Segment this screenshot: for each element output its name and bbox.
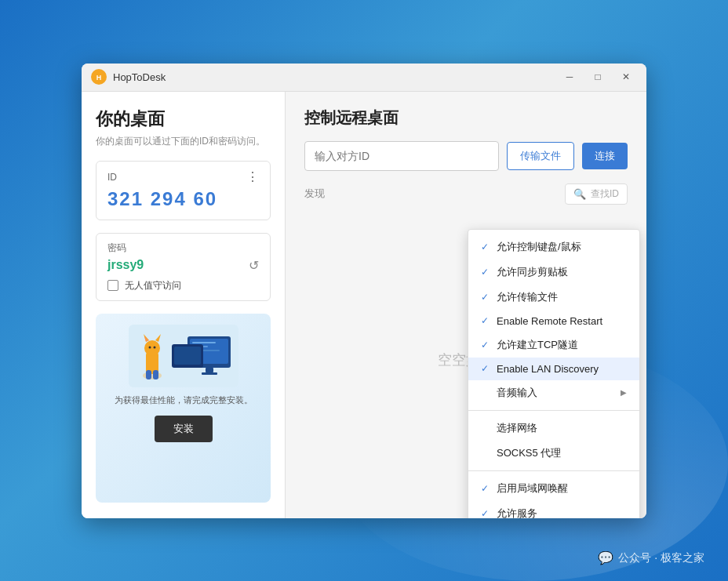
password-label: 密码 — [107, 241, 259, 255]
install-banner: 为获得最佳性能，请完成完整安装。 安装 — [96, 314, 271, 503]
banner-image — [129, 325, 238, 387]
menu-item-text: 允许建立TCP隧道 — [497, 338, 627, 352]
menu-item-allow-tcp-tunnel[interactable]: ✓允许建立TCP隧道 — [468, 332, 639, 358]
menu-item-text: Enable LAN Discovery — [497, 363, 627, 375]
options-dots-button[interactable]: ⋮ — [246, 171, 259, 183]
id-label-row: ID ⋮ — [107, 171, 259, 183]
menu-item-allow-clipboard[interactable]: ✓允许同步剪贴板 — [468, 260, 639, 285]
context-menu: ✓允许控制键盘/鼠标✓允许同步剪贴板✓允许传输文件✓Enable Remote … — [468, 229, 640, 518]
svg-point-18 — [148, 346, 151, 348]
remote-id-input[interactable] — [304, 141, 499, 171]
menu-separator — [468, 470, 639, 471]
password-value: jrssy9 — [107, 258, 144, 272]
id-section: ID ⋮ 321 294 60 — [96, 161, 271, 220]
menu-item-allow-service[interactable]: ✓允许服务 — [468, 501, 639, 518]
menu-check-icon: ✓ — [481, 267, 492, 278]
app-logo: H — [91, 69, 107, 85]
left-panel: 你的桌面 你的桌面可以通过下面的ID和密码访问。 ID ⋮ 321 294 60… — [82, 92, 286, 518]
search-box: 🔍 查找ID — [565, 183, 628, 205]
menu-separator — [468, 410, 639, 411]
menu-check-icon: ✓ — [481, 340, 492, 350]
refresh-password-button[interactable]: ↺ — [249, 258, 259, 273]
unattended-label: 无人值守访问 — [125, 279, 181, 292]
right-panel: 控制远程桌面 传输文件 连接 发现 🔍 查找ID 空空如也 ✓允许控制键盘/鼠标… — [286, 92, 646, 518]
menu-item-allow-keyboard[interactable]: ✓允许控制键盘/鼠标 — [468, 234, 639, 260]
banner-illustration — [129, 325, 238, 387]
unattended-row: 无人值守访问 — [107, 279, 259, 292]
menu-item-text: 允许控制键盘/鼠标 — [497, 240, 627, 254]
menu-item-text: 音频输入 — [497, 386, 616, 400]
watermark: 💬 公众号 · 极客之家 — [598, 550, 704, 565]
menu-item-allow-file-transfer[interactable]: ✓允许传输文件 — [468, 285, 639, 310]
password-row: jrssy9 ↺ — [107, 258, 259, 273]
titlebar: H HopToDesk ─ □ ✕ — [82, 64, 646, 92]
panel-header: 你的桌面 你的桌面可以通过下面的ID和密码访问。 — [96, 107, 271, 148]
menu-item-socks5-proxy[interactable]: SOCKS5 代理 — [468, 441, 639, 466]
svg-text:H: H — [96, 74, 102, 82]
svg-point-19 — [153, 346, 155, 348]
menu-check-icon: ✓ — [481, 315, 492, 326]
svg-rect-20 — [146, 370, 151, 379]
svg-rect-9 — [202, 372, 217, 375]
menu-check-icon: ✓ — [481, 363, 492, 374]
menu-item-select-network[interactable]: 选择网络 — [468, 416, 639, 441]
submenu-arrow-icon: ▶ — [621, 388, 627, 397]
window-title: HopToDesk — [113, 71, 559, 83]
password-section: 密码 jrssy9 ↺ 无人值守访问 — [96, 233, 271, 301]
menu-check-icon: ✓ — [481, 241, 492, 252]
svg-rect-21 — [153, 370, 158, 379]
panel-subtitle: 你的桌面可以通过下面的ID和密码访问。 — [96, 134, 271, 148]
wechat-icon: 💬 — [598, 550, 613, 565]
main-content: 你的桌面 你的桌面可以通过下面的ID和密码访问。 ID ⋮ 321 294 60… — [82, 92, 646, 518]
discovery-section: 发现 🔍 查找ID — [304, 183, 628, 205]
close-button[interactable]: ✕ — [615, 68, 637, 85]
menu-item-text: 选择网络 — [497, 421, 627, 435]
menu-item-enable-lan-wakeup[interactable]: ✓启用局域网唤醒 — [468, 476, 639, 501]
menu-item-enable-remote-restart[interactable]: ✓Enable Remote Restart — [468, 310, 639, 332]
id-label: ID — [107, 172, 117, 183]
menu-item-audio-input[interactable]: 音频输入▶ — [468, 380, 639, 405]
search-icon: 🔍 — [573, 188, 586, 200]
right-panel-title: 控制远程桌面 — [304, 107, 628, 129]
menu-check-icon: ✓ — [481, 508, 492, 518]
menu-item-text: SOCKS5 代理 — [497, 446, 627, 460]
menu-item-text: Enable Remote Restart — [497, 315, 627, 327]
watermark-text: 公众号 · 极客之家 — [618, 551, 704, 565]
panel-title: 你的桌面 — [96, 107, 271, 131]
menu-item-text: 启用局域网唤醒 — [497, 481, 627, 496]
svg-point-14 — [144, 340, 160, 356]
maximize-button[interactable]: □ — [587, 68, 609, 85]
svg-rect-5 — [192, 342, 216, 343]
discovery-label: 发现 — [304, 187, 325, 201]
user-id: 321 294 60 — [107, 188, 259, 210]
app-window: H HopToDesk ─ □ ✕ 你的桌面 你的桌面可以通过下面的ID和密码访… — [82, 64, 646, 518]
window-controls: ─ □ ✕ — [559, 68, 637, 85]
connect-button[interactable]: 连接 — [582, 143, 628, 169]
search-placeholder[interactable]: 查找ID — [591, 187, 619, 201]
menu-check-icon: ✓ — [481, 292, 492, 303]
unattended-checkbox[interactable] — [107, 280, 118, 291]
menu-item-text: 允许传输文件 — [497, 290, 627, 304]
svg-rect-11 — [174, 347, 201, 365]
banner-text: 为获得最佳性能，请完成完整安装。 — [115, 394, 253, 407]
menu-item-enable-lan-discovery[interactable]: ✓Enable LAN Discovery — [468, 358, 639, 380]
remote-id-row: 传输文件 连接 — [304, 141, 628, 171]
minimize-button[interactable]: ─ — [559, 68, 581, 85]
svg-rect-8 — [206, 368, 213, 372]
menu-item-text: 允许同步剪贴板 — [497, 265, 627, 279]
transfer-file-button[interactable]: 传输文件 — [507, 142, 574, 170]
menu-check-icon: ✓ — [481, 483, 492, 494]
menu-item-text: 允许服务 — [497, 507, 627, 518]
install-button[interactable]: 安装 — [155, 416, 213, 442]
